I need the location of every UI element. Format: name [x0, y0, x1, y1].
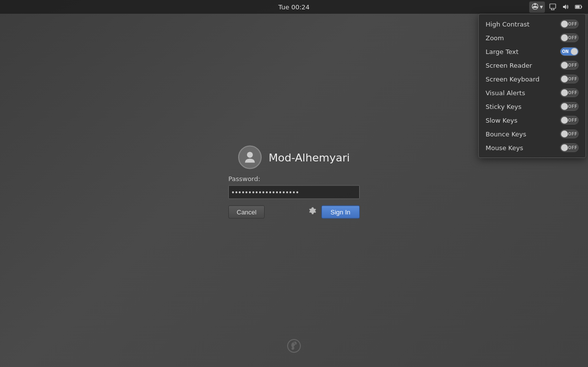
accessibility-panel: High ContrastOFFZoomOFFLarge TextONScree… [478, 14, 586, 158]
debian-logo [286, 338, 302, 357]
accessibility-button[interactable]: ▼ [529, 1, 545, 13]
topbar-right: ▼ [529, 1, 584, 13]
password-section: Password: [228, 175, 360, 199]
toggle-knob [561, 131, 568, 137]
accessibility-item-bounce-keys[interactable]: Bounce KeysOFF [479, 127, 586, 141]
desktop: Tue 00:24 ▼ [0, 0, 588, 367]
toggle-high-contrast[interactable]: OFF [560, 20, 579, 28]
toggle-mouse-keys[interactable]: OFF [560, 143, 579, 152]
toggle-knob [561, 89, 568, 96]
toggle-state-text: OFF [568, 91, 577, 95]
password-input[interactable] [228, 185, 360, 199]
accessibility-label: Bounce Keys [486, 131, 560, 138]
toggle-zoom[interactable]: OFF [560, 33, 579, 42]
svg-point-10 [247, 152, 253, 158]
accessibility-item-slow-keys[interactable]: Slow KeysOFF [479, 113, 586, 127]
accessibility-label: Large Text [486, 48, 560, 55]
toggle-slow-keys[interactable]: OFF [560, 116, 579, 125]
svg-rect-9 [581, 6, 582, 8]
accessibility-item-visual-alerts[interactable]: Visual AlertsOFF [479, 86, 586, 100]
settings-button[interactable] [307, 205, 318, 219]
toggle-bounce-keys[interactable]: OFF [560, 130, 579, 138]
toggle-state-text: OFF [568, 132, 577, 136]
volume-icon[interactable] [561, 2, 570, 11]
toggle-knob [561, 21, 568, 27]
toggle-state-text: OFF [568, 105, 577, 109]
accessibility-item-screen-keyboard[interactable]: Screen KeyboardOFF [479, 72, 586, 86]
toggle-state-text: OFF [568, 63, 577, 68]
login-panel: Mod-Alhemyari Password: Cancel Sign In [228, 146, 360, 219]
toggle-knob [571, 48, 578, 55]
svg-rect-8 [576, 6, 580, 8]
toggle-state-text: ON [562, 50, 569, 54]
toggle-knob [561, 103, 568, 110]
toggle-state-text: OFF [568, 118, 577, 123]
toggle-state-text: OFF [568, 77, 577, 81]
toggle-knob [561, 62, 568, 69]
password-label: Password: [228, 175, 360, 183]
dropdown-arrow-icon: ▼ [540, 5, 543, 9]
cancel-button[interactable]: Cancel [228, 205, 265, 218]
topbar-datetime: Tue 00:24 [278, 3, 310, 11]
monitor-icon[interactable] [548, 2, 558, 11]
toggle-large-text[interactable]: ON [560, 47, 579, 56]
user-info: Mod-Alhemyari [238, 146, 350, 169]
toggle-knob [561, 34, 568, 41]
toggle-screen-keyboard[interactable]: OFF [560, 75, 579, 83]
toggle-knob [561, 117, 568, 124]
accessibility-item-high-contrast[interactable]: High ContrastOFF [479, 17, 586, 31]
toggle-knob [561, 144, 568, 151]
toggle-visual-alerts[interactable]: OFF [560, 88, 579, 97]
accessibility-item-sticky-keys[interactable]: Sticky KeysOFF [479, 100, 586, 113]
topbar: Tue 00:24 ▼ [0, 0, 588, 14]
toggle-state-text: OFF [568, 36, 577, 40]
accessibility-item-screen-reader[interactable]: Screen ReaderOFF [479, 58, 586, 72]
svg-rect-2 [550, 4, 556, 8]
avatar [238, 146, 262, 169]
debian-logo-icon [286, 338, 302, 354]
toggle-knob [561, 76, 568, 82]
toggle-state-text: OFF [568, 22, 577, 26]
accessibility-label: Screen Keyboard [486, 76, 560, 83]
toggle-screen-reader[interactable]: OFF [560, 61, 579, 70]
accessibility-label: Mouse Keys [486, 144, 560, 152]
accessibility-label: Slow Keys [486, 117, 560, 124]
accessibility-label: Zoom [486, 34, 560, 42]
accessibility-item-zoom[interactable]: ZoomOFF [479, 31, 586, 45]
accessibility-label: Visual Alerts [486, 89, 560, 97]
battery-icon[interactable] [573, 2, 584, 11]
gear-icon [309, 207, 317, 215]
toggle-sticky-keys[interactable]: OFF [560, 102, 579, 111]
signin-button[interactable]: Sign In [321, 205, 360, 218]
accessibility-label: Sticky Keys [486, 103, 560, 110]
toggle-state-text: OFF [568, 146, 577, 150]
accessibility-item-mouse-keys[interactable]: Mouse KeysOFF [479, 141, 586, 155]
buttons-container: Cancel Sign In [228, 205, 360, 219]
avatar-icon [243, 150, 257, 165]
accessibility-label: Screen Reader [486, 62, 560, 69]
accessibility-icon [531, 2, 539, 12]
accessibility-label: High Contrast [486, 21, 560, 28]
accessibility-item-large-text[interactable]: Large TextON [479, 45, 586, 58]
svg-marker-6 [563, 4, 566, 9]
username-label: Mod-Alhemyari [269, 151, 350, 163]
